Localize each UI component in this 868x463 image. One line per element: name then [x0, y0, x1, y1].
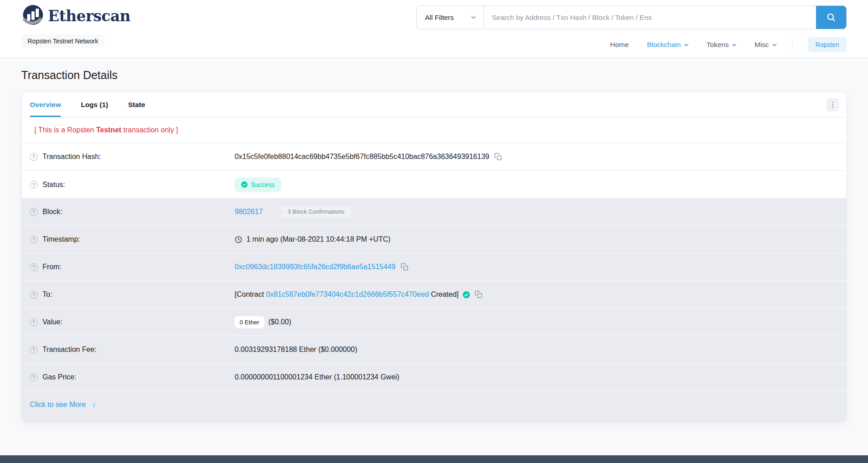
notice-post: transaction only ]	[121, 126, 178, 134]
help-icon[interactable]: ?	[30, 346, 38, 354]
row-value: 9802617 3 Block Confirmations	[235, 206, 351, 218]
search-filter-label: All Filters	[425, 14, 454, 22]
row-value: 0 Ether ($0.00)	[235, 316, 291, 328]
transaction-fee-label: Transaction Fee:	[42, 346, 96, 354]
network-badge: Ropsten Testnet Network	[21, 34, 104, 48]
block-label: Block:	[42, 208, 62, 216]
gray-section: ? Block: 9802617 3 Block Confirmations ?…	[22, 198, 846, 422]
clock-icon	[235, 236, 242, 243]
row-label: ? Value:	[30, 318, 235, 326]
row-transaction-fee: ? Transaction Fee: 0.00319293178188 Ethe…	[22, 336, 846, 364]
etherscan-logo-icon	[21, 4, 45, 28]
help-icon[interactable]: ?	[30, 318, 38, 326]
site-header: Etherscan Ropsten Testnet Network All Fi…	[0, 0, 868, 58]
row-value: 0.000000001100001234 Ether (1.100001234 …	[235, 373, 399, 381]
transaction-fee-value: 0.00319293178188 Ether ($0.000000)	[235, 346, 357, 354]
help-icon[interactable]: ?	[30, 263, 38, 271]
notice-pre: [ This is a Ropsten	[34, 126, 96, 134]
tab-state[interactable]: State	[128, 92, 145, 117]
nav-blockchain-label: Blockchain	[647, 41, 681, 49]
chevron-down-icon	[772, 43, 777, 47]
to-contract-pre: [Contract	[235, 290, 266, 299]
status-label: Status:	[42, 181, 65, 189]
gas-price-value: 0.000000001100001234 Ether (1.100001234 …	[235, 373, 399, 381]
nav-item-tokens[interactable]: Tokens	[707, 41, 736, 49]
kebab-icon: ⋮	[830, 101, 836, 108]
copy-txn-hash-button[interactable]	[493, 152, 503, 162]
status-badge-label: Success	[251, 181, 275, 188]
copy-from-address-button[interactable]	[400, 262, 410, 272]
nav-item-misc[interactable]: Misc	[755, 41, 777, 49]
to-contract-address-link[interactable]: 0x81c587eb0fe773404c42c1d2666b5f557c470e…	[266, 290, 429, 299]
network-switch-button[interactable]: Ropsten	[808, 37, 847, 52]
status-badge: Success	[235, 178, 281, 192]
tab-logs[interactable]: Logs (1)	[81, 92, 108, 117]
etherscan-logo[interactable]: Etherscan	[21, 4, 130, 28]
copy-icon	[475, 290, 483, 299]
transaction-hash-label: Transaction Hash:	[42, 153, 101, 161]
row-value: 0.00319293178188 Ether ($0.000000)	[235, 346, 357, 354]
nav-tokens-label: Tokens	[707, 41, 729, 49]
gas-price-label: Gas Price:	[42, 373, 76, 381]
to-label: To:	[42, 290, 52, 299]
block-confirmations-badge: 3 Block Confirmations	[279, 206, 351, 218]
row-timestamp: ? Timestamp: 1 min ago (Mar-08-2021 10:4…	[22, 226, 846, 253]
help-icon[interactable]: ?	[30, 153, 38, 161]
ether-amount-badge: 0 Ether	[235, 316, 264, 328]
row-value: 1 min ago (Mar-08-2021 10:44:18 PM +UTC)	[235, 235, 391, 243]
search-button[interactable]	[816, 6, 846, 29]
card-header: Overview Logs (1) State ⋮	[22, 92, 846, 117]
row-block: ? Block: 9802617 3 Block Confirmations	[22, 198, 846, 226]
main-nav: Home Blockchain Tokens Misc Ropsten	[610, 37, 847, 52]
help-icon[interactable]: ?	[30, 208, 38, 216]
block-number-link[interactable]: 9802617	[235, 208, 263, 216]
from-label: From:	[42, 263, 61, 271]
to-contract-post: Created]	[429, 290, 459, 299]
copy-icon	[494, 153, 502, 161]
etherscan-logo-text: Etherscan	[48, 7, 130, 25]
row-value-amount: ? Value: 0 Ether ($0.00)	[22, 309, 846, 336]
more-row: Click to see More ↓	[22, 391, 846, 422]
row-label: ? Block:	[30, 208, 235, 216]
search-filter-dropdown[interactable]: All Filters	[417, 6, 484, 29]
usd-value: ($0.00)	[269, 318, 292, 326]
notice-bold: Testnet	[96, 126, 122, 134]
row-label: ? To:	[30, 290, 235, 299]
help-icon[interactable]: ?	[30, 181, 38, 188]
tab-overview[interactable]: Overview	[30, 92, 61, 117]
tab-bar: Overview Logs (1) State	[30, 92, 145, 117]
help-icon[interactable]: ?	[30, 374, 38, 381]
page-footer	[0, 455, 868, 463]
chevron-down-icon	[471, 16, 476, 19]
check-circle-icon	[462, 291, 470, 299]
copy-to-address-button[interactable]	[474, 290, 484, 299]
testnet-notice: [ This is a Ropsten Testnet transaction …	[22, 117, 846, 143]
nav-item-home[interactable]: Home	[610, 41, 629, 49]
help-icon[interactable]: ?	[30, 291, 38, 299]
transaction-hash-value: 0x15c5fe0feb88014cac69bb4735e5bf67fc885b…	[235, 153, 489, 161]
value-label: Value:	[42, 318, 62, 326]
chevron-down-icon	[684, 43, 689, 47]
page-title: Transaction Details	[21, 69, 847, 82]
copy-icon	[401, 263, 409, 271]
timestamp-value: 1 min ago (Mar-08-2021 10:44:18 PM +UTC)	[246, 235, 391, 243]
chevron-down-icon	[732, 43, 736, 47]
row-label: ? Transaction Hash:	[30, 153, 235, 161]
nav-item-blockchain[interactable]: Blockchain	[647, 41, 689, 49]
row-label: ? Status:	[30, 181, 235, 189]
kebab-menu-button[interactable]: ⋮	[826, 98, 839, 112]
row-label: ? Transaction Fee:	[30, 346, 235, 354]
click-to-see-more-link[interactable]: Click to see More ↓	[30, 400, 96, 409]
row-status: ? Status: Success	[22, 171, 846, 198]
check-circle-icon	[241, 181, 248, 188]
nav-misc-label: Misc	[755, 41, 769, 49]
row-transaction-hash: ? Transaction Hash: 0x15c5fe0feb88014cac…	[22, 143, 846, 171]
more-link-label: Click to see More	[30, 401, 86, 409]
help-icon[interactable]: ?	[30, 236, 38, 243]
arrow-down-icon: ↓	[92, 400, 96, 409]
timestamp-label: Timestamp:	[42, 235, 80, 243]
row-label: ? From:	[30, 263, 235, 271]
from-address-link[interactable]: 0xc0963dc1839993fc65fa26cd2f9b6ae5a15154…	[235, 263, 396, 271]
search-input[interactable]	[484, 6, 816, 29]
page-content: Transaction Details Overview Logs (1) St…	[0, 69, 868, 422]
